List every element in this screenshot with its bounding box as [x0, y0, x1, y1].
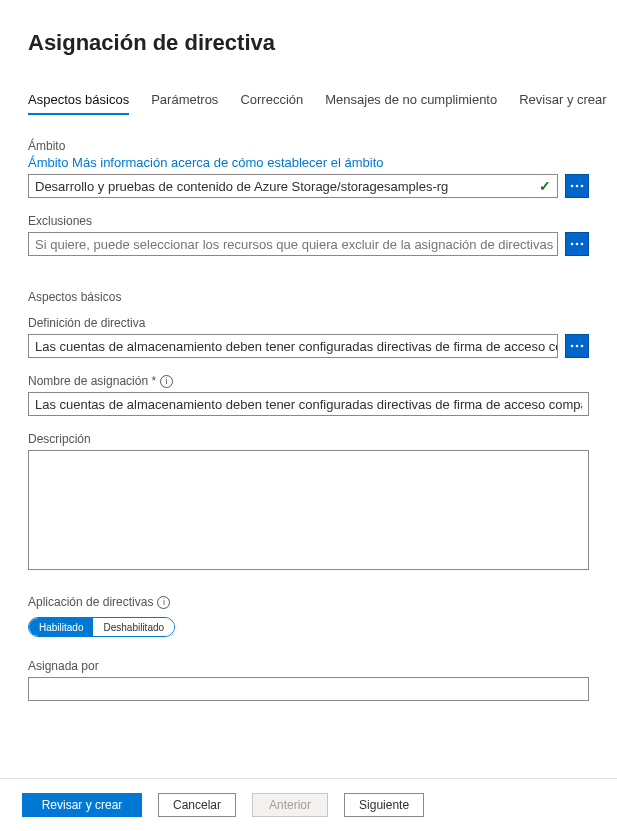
enforcement-label-text: Aplicación de directivas	[28, 595, 153, 609]
assignmentname-label-text: Nombre de asignación *	[28, 374, 156, 388]
enforcement-disabled[interactable]: Deshabilitado	[93, 618, 174, 636]
svg-point-2	[581, 185, 584, 188]
enforcement-enabled[interactable]: Habilitado	[29, 618, 93, 636]
scope-help-link[interactable]: Ámbito Más información acerca de cómo es…	[28, 155, 589, 170]
policydef-picker[interactable]: Las cuentas de almacenamiento deben tene…	[28, 334, 558, 358]
scope-browse-button[interactable]	[565, 174, 589, 198]
assignmentname-label: Nombre de asignación * i	[28, 374, 589, 388]
tab-review[interactable]: Revisar y crear	[519, 92, 606, 115]
exclusions-browse-button[interactable]	[565, 232, 589, 256]
exclusions-label: Exclusiones	[28, 214, 589, 228]
svg-point-4	[576, 243, 579, 246]
svg-point-3	[571, 243, 574, 246]
enforcement-label: Aplicación de directivas i	[28, 595, 589, 609]
policydef-value: Las cuentas de almacenamiento deben tene…	[35, 339, 558, 354]
tab-parameters[interactable]: Parámetros	[151, 92, 218, 115]
scope-label: Ámbito	[28, 139, 589, 153]
svg-point-5	[581, 243, 584, 246]
info-icon[interactable]: i	[157, 596, 170, 609]
page-title: Asignación de directiva	[0, 0, 617, 76]
enforcement-toggle[interactable]: Habilitado Deshabilitado	[28, 617, 175, 637]
tabs-bar: Aspectos básicos Parámetros Corrección M…	[0, 92, 617, 115]
next-button[interactable]: Siguiente	[344, 793, 424, 817]
policydef-label: Definición de directiva	[28, 316, 589, 330]
footer-bar: Revisar y crear Cancelar Anterior Siguie…	[0, 778, 617, 831]
tab-remediation[interactable]: Corrección	[240, 92, 303, 115]
review-create-button[interactable]: Revisar y crear	[22, 793, 142, 817]
svg-point-1	[576, 185, 579, 188]
svg-point-0	[571, 185, 574, 188]
policydef-field-row: Las cuentas de almacenamiento deben tene…	[28, 334, 589, 358]
svg-point-7	[576, 345, 579, 348]
exclusions-placeholder: Si quiere, puede seleccionar los recurso…	[35, 237, 553, 252]
exclusions-field-row: Si quiere, puede seleccionar los recurso…	[28, 232, 589, 256]
ellipsis-icon	[570, 344, 584, 348]
tab-basics[interactable]: Aspectos básicos	[28, 92, 129, 115]
exclusions-picker[interactable]: Si quiere, puede seleccionar los recurso…	[28, 232, 558, 256]
description-textarea[interactable]	[28, 450, 589, 570]
assignedby-input[interactable]	[28, 677, 589, 701]
previous-button: Anterior	[252, 793, 328, 817]
info-icon[interactable]: i	[160, 375, 173, 388]
description-label: Descripción	[28, 432, 589, 446]
ellipsis-icon	[570, 242, 584, 246]
ellipsis-icon	[570, 184, 584, 188]
scope-field-row: Desarrollo y pruebas de contenido de Azu…	[28, 174, 589, 198]
svg-point-6	[571, 345, 574, 348]
assignedby-label: Asignada por	[28, 659, 589, 673]
check-icon: ✓	[539, 178, 551, 194]
tab-noncompliance[interactable]: Mensajes de no cumplimiento	[325, 92, 497, 115]
policydef-browse-button[interactable]	[565, 334, 589, 358]
form-area: Ámbito Ámbito Más información acerca de …	[0, 139, 617, 771]
scope-value: Desarrollo y pruebas de contenido de Azu…	[35, 179, 448, 194]
assignmentname-input[interactable]	[28, 392, 589, 416]
scope-picker[interactable]: Desarrollo y pruebas de contenido de Azu…	[28, 174, 558, 198]
cancel-button[interactable]: Cancelar	[158, 793, 236, 817]
svg-point-8	[581, 345, 584, 348]
basics-subheading: Aspectos básicos	[28, 290, 589, 304]
